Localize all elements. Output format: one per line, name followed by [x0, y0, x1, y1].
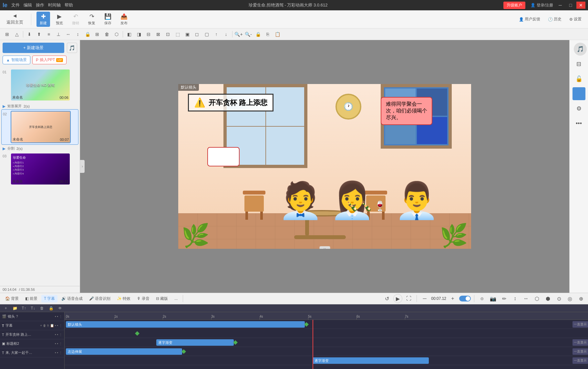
copy-btn[interactable]: ⎘ [263, 30, 272, 39]
text1-block[interactable]: 逐字渐变 [156, 339, 234, 346]
track-dot-1[interactable]: • [55, 315, 56, 318]
tl-folder-btn[interactable]: 📁 [12, 305, 18, 311]
tl-delete-track-btn[interactable]: 🗑 [39, 305, 45, 311]
tl-add-track-btn[interactable]: + [3, 305, 9, 311]
layer-btn[interactable]: ⬡ [112, 30, 121, 39]
feedback-button[interactable]: 👤 用户反馈 [516, 16, 543, 23]
order1-btn[interactable]: ⬚ [173, 30, 182, 39]
subtitle-diamond[interactable] [135, 331, 139, 336]
zoom-in-btn[interactable]: 🔍+ [234, 30, 243, 39]
f2-kebab[interactable]: ⋮ [59, 342, 62, 345]
tl-eye-btn[interactable]: 👁 [57, 305, 63, 311]
frame2-diamond[interactable] [181, 349, 186, 354]
collapse-panel-btn[interactable]: › [80, 160, 85, 173]
char-waiter[interactable]: 🧑‍💼 [278, 180, 323, 221]
sub-dot-1[interactable]: • [55, 324, 56, 327]
undo-button[interactable]: ↶ 撤销 [69, 12, 82, 27]
lock-canvas-btn[interactable]: 🔓 [573, 72, 585, 85]
sub-del-btn[interactable]: 🗑 [43, 324, 46, 327]
more-tab[interactable]: ... [172, 295, 180, 302]
order4-btn[interactable]: ▢ [202, 30, 211, 39]
back-home-button[interactable]: ◀ 返回主页 [4, 12, 26, 26]
order2-btn[interactable]: ▣ [183, 30, 192, 39]
zoom-out-tl-btn[interactable]: ─ [420, 294, 429, 303]
tl-ctrl-10[interactable]: ⊕ [576, 294, 585, 303]
fullscreen-play-btn[interactable]: ⛶ [404, 294, 413, 303]
effect-tab[interactable]: ✨ 特效 [114, 295, 133, 302]
lock2-btn[interactable]: 🔒 [253, 30, 263, 39]
ppt-tab[interactable]: P 插入PPT VIP [32, 56, 67, 64]
tl-text-btn[interactable]: T↑ [21, 305, 27, 311]
distribute-h-btn[interactable]: ⊠ [154, 30, 163, 39]
preview-button[interactable]: ▶ 预览 [53, 12, 66, 27]
group-btn[interactable]: ⊞ [93, 30, 102, 39]
t1-dot-2[interactable]: • [57, 333, 58, 336]
lock-btn[interactable]: 🔒 [83, 30, 92, 39]
char-man[interactable]: 👨‍💼 [395, 180, 439, 221]
scene-item-1[interactable]: 01 珍爱生命 NO 酒驾 未命名 00:06 [1, 68, 78, 102]
sub-add-btn[interactable]: + [40, 324, 42, 327]
sub-kebab[interactable]: ⋮ [59, 324, 62, 327]
close-button[interactable]: ✕ [576, 2, 585, 9]
settings-canvas-btn[interactable]: ⚙ [573, 102, 585, 115]
tl-text-down-btn[interactable]: T↓ [30, 305, 36, 311]
login-button[interactable]: 👤 登录/注册 [531, 3, 553, 8]
voice-recog-tab[interactable]: 🎤 语音识别 [87, 295, 113, 302]
t2-kebab[interactable]: ⋮ [59, 351, 62, 354]
voice-synth-tab[interactable]: 🔊 语音合成 [59, 295, 85, 302]
music-button[interactable]: 🎵 [67, 43, 77, 53]
align-bottom-btn[interactable]: ⬇ [25, 30, 34, 39]
camera-help-icon[interactable]: ? [16, 315, 18, 318]
t2-dot-2[interactable]: • [57, 351, 58, 354]
f2-dot-1[interactable]: • [55, 342, 56, 345]
menu-timeline[interactable]: 时间轴 [48, 2, 61, 8]
track-kebab[interactable]: ⋮ [59, 315, 62, 318]
new-button[interactable]: ✚ 新建 [36, 12, 50, 27]
tl-ctrl-3[interactable]: ✏ [500, 294, 509, 303]
upgrade-button[interactable]: 升级账户 [503, 2, 525, 9]
prev-tab[interactable]: ◧ 前景 [23, 295, 40, 302]
tl-ctrl-8[interactable]: ⊙ [554, 294, 563, 303]
align-tool-btn[interactable]: ⊞ [3, 30, 12, 39]
minimize-button[interactable]: ─ [556, 2, 565, 9]
publish-button[interactable]: 📤 发布 [117, 12, 131, 27]
sub-paste-btn[interactable]: 📋 [50, 324, 54, 327]
flip-h-btn[interactable]: ↔ [64, 30, 73, 39]
scene-item-2[interactable]: 02 开车贪杯路上添悲 未命名 00:07 [1, 109, 78, 145]
tl-ctrl-9[interactable]: ◎ [565, 294, 574, 303]
sub-dot-2[interactable]: • [57, 324, 58, 327]
bg-tab[interactable]: 🏠 背景 [3, 295, 21, 302]
tl-lock-track-btn[interactable]: 🔒 [48, 305, 54, 311]
t1-dot-1[interactable]: • [55, 333, 56, 336]
t2-dot-1[interactable]: • [55, 351, 56, 354]
record-tab[interactable]: 🎙 录音 [134, 295, 152, 302]
hide-tab[interactable]: ⊟ 藏版 [153, 295, 170, 302]
transition-item-2[interactable]: ▶ 分割 2(s) [1, 145, 78, 152]
zoom-in-tl-btn[interactable]: + [448, 294, 457, 303]
track-dot-2[interactable]: • [57, 315, 58, 318]
history-button[interactable]: 🕐 历史 [545, 16, 564, 23]
align-left-btn[interactable]: ◧ [125, 30, 134, 39]
settings-button[interactable]: ⚙ 设置 [567, 16, 584, 23]
camera-block[interactable]: 默认镜头 [66, 321, 305, 328]
order3-btn[interactable]: ◻ [192, 30, 201, 39]
layers-btn[interactable]: ⊟ [573, 58, 585, 70]
speech-bubble-left[interactable] [207, 147, 240, 166]
align-top-btn[interactable]: ⬆ [35, 30, 44, 39]
align-center-btn[interactable]: ⊥ [54, 30, 63, 39]
order6-btn[interactable]: ↓ [222, 30, 231, 39]
text2-block[interactable]: 逐字渐变 [313, 357, 429, 364]
t1-kebab[interactable]: ⋮ [59, 333, 62, 336]
align-right-btn[interactable]: ◨ [134, 30, 143, 39]
align-mid-btn[interactable]: ≡ [44, 30, 53, 39]
order5-btn[interactable]: ↑ [212, 30, 221, 39]
tl-ctrl-1[interactable]: ⌾ [478, 294, 487, 303]
more-canvas-btn[interactable]: ••• [573, 117, 585, 130]
maximize-button[interactable]: □ [566, 2, 575, 9]
menu-help[interactable]: 帮助 [65, 2, 73, 8]
flip-v-btn[interactable]: ↕ [73, 30, 82, 39]
ai-scene-tab[interactable]: ▲ 智能场景 [3, 56, 30, 64]
toggle-switch[interactable] [459, 296, 471, 301]
redo-button[interactable]: ↷ 恢复 [85, 12, 98, 27]
play-button[interactable]: ▶ [393, 294, 402, 303]
